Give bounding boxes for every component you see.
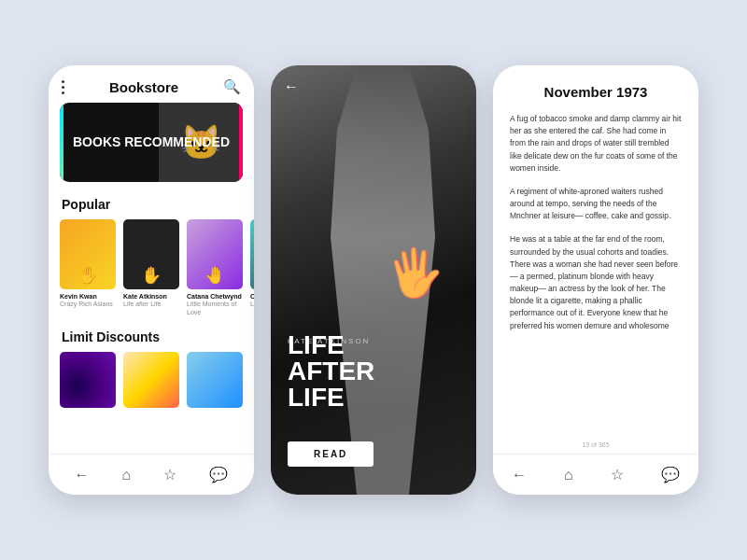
home-icon[interactable]: ⌂ [122, 467, 132, 483]
book-cover-4 [250, 219, 254, 289]
read-button[interactable]: READ [288, 441, 374, 467]
banner-text: BOOKS RECOMMENDED [60, 123, 243, 161]
paragraph-3: He was at a table at the far end of the … [510, 233, 682, 331]
discount-cover-2[interactable] [123, 352, 179, 408]
book-author: Catana Chetwynd [187, 293, 243, 301]
back-button[interactable]: ← [284, 78, 299, 95]
book-cover-1: ✋ [60, 219, 116, 289]
book-detail-title: LIFE AFTER LIFE [288, 332, 374, 411]
bottom-nav: ← ⌂ ☆ 💬 [49, 454, 254, 495]
title-line-2: AFTER [288, 358, 374, 385]
book-item[interactable]: 🤚 Catana Chetwynd Little Moments of Love [187, 219, 243, 316]
book-author: Kevin Kwan [60, 293, 116, 301]
screens-container: Bookstore 🔍 BOOKS RECOMMENDED 🐱 Popular … [49, 65, 698, 495]
search-icon[interactable]: 🔍 [223, 78, 241, 95]
reading-star-icon[interactable]: ☆ [611, 466, 624, 483]
banner: BOOKS RECOMMENDED 🐱 [60, 103, 243, 182]
book-detail-screen: 🖐 ← KATE ATKINSON LIFE AFTER LIFE READ [271, 65, 476, 495]
book-title: Le... [250, 301, 254, 308]
paragraph-1: A fug of tobacco smoke and damp clammy a… [510, 113, 682, 175]
book-title: Life after Life [123, 301, 179, 308]
reading-nav: ← ⌂ ☆ 💬 [493, 454, 698, 495]
book-detail-bg: 🖐 ← KATE ATKINSON LIFE AFTER LIFE READ [271, 65, 476, 495]
bookstore-title: Bookstore [109, 79, 178, 95]
popular-books-row: ✋ Kevin Kwan Crazy Rich Asians ✋ Kate At… [49, 219, 254, 326]
paragraph-2: A regiment of white-aproned waiters rush… [510, 186, 682, 223]
book-item[interactable]: ✋ Kate Atkinson Life after Life [123, 219, 179, 316]
book-author: Ca... [250, 293, 254, 301]
book-cover-3: 🤚 [187, 219, 243, 289]
reading-back-icon[interactable]: ← [512, 467, 527, 483]
limit-discounts-label: Limit Discounts [49, 326, 254, 352]
book-author: Kate Atkinson [123, 293, 179, 301]
red-hand-overlay: 🖐 [384, 244, 446, 302]
discount-cover-1[interactable] [60, 352, 116, 408]
popular-label: Popular [49, 193, 254, 219]
book-item[interactable]: Ca... Le... [250, 219, 254, 316]
discount-books-row [49, 352, 254, 417]
chapter-title: November 1973 [510, 84, 682, 100]
book-title: Crazy Rich Asians [60, 301, 116, 308]
hand-icon-red: ✋ [78, 265, 98, 286]
chat-icon[interactable]: 💬 [209, 466, 228, 483]
title-line-1: LIFE [288, 332, 374, 358]
reading-home-icon[interactable]: ⌂ [564, 467, 573, 483]
hand-icon-purple: 🤚 [204, 265, 225, 286]
page-number: 13 of 365 [493, 441, 698, 448]
reading-screen: November 1973 A fug of tobacco smoke and… [493, 65, 698, 495]
star-icon[interactable]: ☆ [163, 466, 176, 483]
hand-icon-dark: ✋ [141, 265, 162, 286]
bookstore-screen: Bookstore 🔍 BOOKS RECOMMENDED 🐱 Popular … [49, 65, 254, 495]
discount-cover-3[interactable] [187, 352, 243, 408]
book-item[interactable]: ✋ Kevin Kwan Crazy Rich Asians [60, 219, 116, 316]
title-line-3: LIFE [288, 385, 374, 411]
reading-chat-icon[interactable]: 💬 [661, 466, 680, 483]
menu-icon[interactable] [62, 80, 64, 94]
book-cover-2: ✋ [123, 219, 179, 289]
book-title: Little Moments of Love [187, 301, 243, 316]
back-icon[interactable]: ← [75, 467, 90, 483]
reading-content: November 1973 A fug of tobacco smoke and… [493, 65, 698, 495]
bookstore-header: Bookstore 🔍 [49, 65, 254, 103]
